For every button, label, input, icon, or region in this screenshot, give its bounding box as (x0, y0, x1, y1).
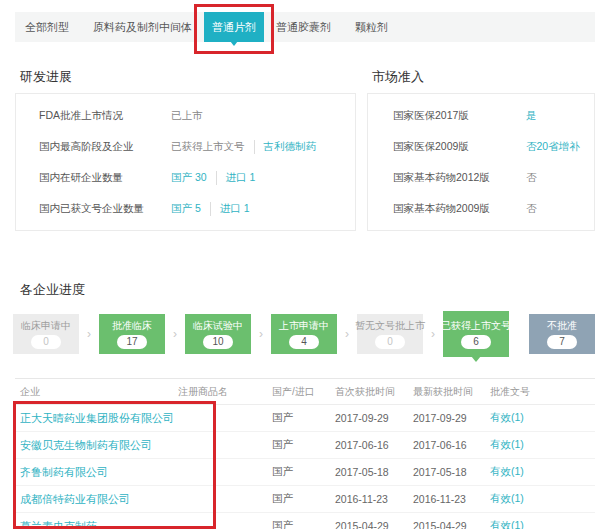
table-row: 成都倍特药业有限公司 国产 2016-11-23 2016-11-23 有效(1… (15, 486, 595, 513)
stage-count-badge: 4 (289, 335, 319, 349)
cell-latest-approval: 2017-05-18 (413, 466, 490, 478)
cell-origin: 国产 (272, 492, 335, 506)
license-link[interactable]: 有效(1) (490, 519, 595, 529)
table-row: 葛兰素史克制药 国产 2015-04-29 2015-04-29 有效(1) (15, 513, 595, 529)
rd-row-licensed-label: 国内已获文号企业数量 (39, 202, 171, 216)
chevron-right-icon: › (165, 327, 185, 341)
summary-columns: 研发进展 FDA批准上市情况 已上市 国内最高阶段及企业 已获得上市文号 吉利德… (15, 68, 595, 231)
header-first-approval: 首次获批时间 (335, 385, 413, 399)
chevron-right-icon: › (251, 327, 271, 341)
company-link[interactable]: 齐鲁制药有限公司 (20, 465, 178, 480)
table-row: 齐鲁制药有限公司 国产 2017-05-18 2017-05-18 有效(1) (15, 459, 595, 486)
rd-progress-section: 研发进展 FDA批准上市情况 已上市 国内最高阶段及企业 已获得上市文号 吉利德… (15, 68, 356, 231)
stage-licensed[interactable]: 已获得上市文号 6 (443, 311, 509, 357)
cell-origin: 国产 (272, 465, 335, 479)
table-header-row: 企业 注册商品名 国产/进口 首次获批时间 最新获批时间 批准文号 (15, 379, 595, 405)
stage-count-badge: 7 (547, 335, 577, 349)
stage-clinical-trial[interactable]: 临床试验中 10 (185, 314, 251, 354)
rd-progress-title: 研发进展 (15, 68, 356, 85)
header-origin: 国产/进口 (272, 385, 335, 399)
rd-row-licensed-domestic-link[interactable]: 国产 5 (171, 202, 201, 216)
tab-plain-capsule[interactable]: 普通胶囊剂 (264, 12, 343, 42)
market-row-medicare-2017-label: 国家医保2017版 (393, 109, 526, 123)
cell-origin: 国产 (272, 411, 335, 425)
market-row-essential-2012-value: 否 (526, 171, 537, 185)
stage-count-badge: 6 (461, 335, 491, 349)
header-company: 企业 (20, 385, 178, 399)
chevron-right-icon: › (79, 327, 99, 341)
header-license: 批准文号 (490, 385, 595, 399)
rd-row-in-research-label: 国内在研企业数量 (39, 171, 171, 185)
stage-count-badge: 0 (31, 335, 61, 349)
license-link[interactable]: 有效(1) (490, 438, 595, 452)
stage-clinical-approved[interactable]: 批准临床 17 (99, 314, 165, 354)
stage-approved-no-license[interactable]: 暂无文号批上市 0 (357, 314, 423, 354)
stage-selected-caret-icon (471, 356, 481, 362)
market-access-title: 市场准入 (367, 68, 595, 85)
stage-rejected[interactable]: 不批准 7 (529, 314, 595, 354)
market-row-medicare-2009: 国家医保2009版 否20省增补 (368, 131, 594, 162)
rd-row-highest-stage-label: 国内最高阶段及企业 (39, 140, 171, 154)
company-progress-title: 各企业进度 (20, 281, 600, 298)
stage-count-badge: 10 (203, 335, 233, 349)
rd-row-licensed-import-link[interactable]: 进口 1 (210, 202, 250, 216)
market-row-essential-2009-value: 否 (526, 202, 537, 216)
cell-origin: 国产 (272, 438, 335, 452)
stage-clinical-application[interactable]: 临床申请中 0 (13, 314, 79, 354)
tab-all-forms[interactable]: 全部剂型 (15, 12, 81, 42)
stage-count-badge: 0 (375, 335, 405, 349)
company-link[interactable]: 葛兰素史克制药 (20, 519, 178, 529)
market-row-medicare-2009-label: 国家医保2009版 (393, 140, 526, 154)
tab-granule[interactable]: 颗粒剂 (343, 12, 400, 42)
table-row: 安徽贝克生物制药有限公司 国产 2017-06-16 2017-06-16 有效… (15, 432, 595, 459)
rd-row-highest-stage-company-link[interactable]: 吉利德制药 (254, 140, 317, 154)
cell-latest-approval: 2016-11-23 (413, 493, 490, 505)
market-row-essential-2012: 国家基本药物2012版 否 (368, 162, 594, 193)
page: 全部剂型 原料药及制剂中间体 普通片剂 普通胶囊剂 颗粒剂 研发进展 FDA批准… (0, 0, 600, 529)
cell-first-approval: 2017-05-18 (335, 466, 413, 478)
header-brand: 注册商品名 (178, 385, 272, 399)
stage-pipeline: 临床申请中 0 › 批准临床 17 › 临床试验中 10 › 上市申请中 4 ›… (13, 311, 600, 357)
market-row-medicare-2017-value[interactable]: 是 (526, 109, 537, 123)
rd-row-in-research-domestic-link[interactable]: 国产 30 (171, 171, 207, 185)
rd-row-licensed-count: 国内已获文号企业数量 国产 5 进口 1 (16, 193, 355, 224)
rd-row-highest-stage: 国内最高阶段及企业 已获得上市文号 吉利德制药 (16, 131, 355, 162)
market-row-essential-2012-label: 国家基本药物2012版 (393, 171, 526, 185)
cell-first-approval: 2017-06-16 (335, 439, 413, 451)
market-row-medicare-2017: 国家医保2017版 是 (368, 100, 594, 131)
chevron-right-icon: › (337, 327, 357, 341)
stage-count-badge: 17 (117, 335, 147, 349)
cell-first-approval: 2017-09-29 (335, 412, 413, 424)
tab-plain-tablet[interactable]: 普通片剂 (204, 12, 264, 42)
chevron-right-icon: › (423, 327, 443, 341)
company-link[interactable]: 安徽贝克生物制药有限公司 (20, 438, 178, 453)
rd-row-fda: FDA批准上市情况 已上市 (16, 100, 355, 131)
cell-latest-approval: 2017-06-16 (413, 439, 490, 451)
market-access-section: 市场准入 国家医保2017版 是 国家医保2009版 否20省增补 国家基本药物… (367, 68, 595, 231)
rd-row-in-research-import-link[interactable]: 进口 1 (216, 171, 256, 185)
rd-row-highest-stage-value: 已获得上市文号 (171, 140, 245, 154)
companies-table: 企业 注册商品名 国产/进口 首次获批时间 最新获批时间 批准文号 正大天晴药业… (15, 378, 595, 529)
license-link[interactable]: 有效(1) (490, 492, 595, 506)
rd-row-in-research-count: 国内在研企业数量 国产 30 进口 1 (16, 162, 355, 193)
market-row-medicare-2009-value[interactable]: 否20省增补 (526, 140, 580, 154)
stage-market-application[interactable]: 上市申请中 4 (271, 314, 337, 354)
dosage-form-tabbar: 全部剂型 原料药及制剂中间体 普通片剂 普通胶囊剂 颗粒剂 (15, 12, 595, 42)
cell-origin: 国产 (272, 519, 335, 529)
cell-latest-approval: 2015-04-29 (413, 520, 490, 529)
cell-first-approval: 2015-04-29 (335, 520, 413, 529)
tab-plain-tablet-label: 普通片剂 (212, 21, 256, 33)
market-access-card: 国家医保2017版 是 国家医保2009版 否20省增补 国家基本药物2012版… (367, 93, 595, 231)
tab-api-intermediates[interactable]: 原料药及制剂中间体 (81, 12, 204, 42)
tab-selected-caret-icon (230, 41, 238, 46)
license-link[interactable]: 有效(1) (490, 465, 595, 479)
market-row-essential-2009: 国家基本药物2009版 否 (368, 193, 594, 224)
company-link[interactable]: 成都倍特药业有限公司 (20, 492, 178, 507)
market-row-essential-2009-label: 国家基本药物2009版 (393, 202, 526, 216)
rd-row-fda-value: 已上市 (171, 109, 203, 123)
company-link[interactable]: 正大天晴药业集团股份有限公司 (20, 411, 178, 426)
license-link[interactable]: 有效(1) (490, 411, 595, 425)
table-row: 正大天晴药业集团股份有限公司 国产 2017-09-29 2017-09-29 … (15, 405, 595, 432)
cell-latest-approval: 2017-09-29 (413, 412, 490, 424)
cell-first-approval: 2016-11-23 (335, 493, 413, 505)
